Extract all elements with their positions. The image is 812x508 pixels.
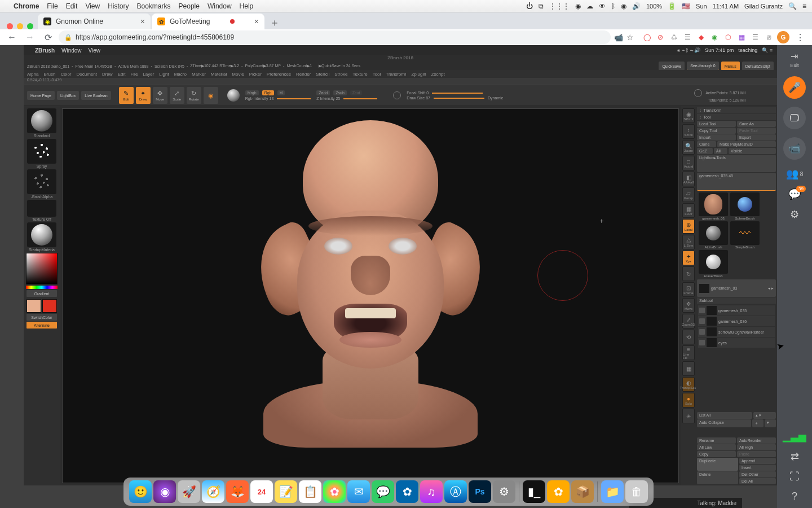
polymesh-button[interactable]: Make PolyMesh3D (717, 141, 776, 147)
local-icon[interactable]: ⊕Local (682, 219, 695, 234)
tab-close-icon[interactable]: × (254, 17, 259, 26)
rotate-tool[interactable]: ↻Rotate (187, 87, 201, 104)
dock-mail-icon[interactable]: ✉ (347, 480, 370, 503)
zmenu[interactable]: Zscript (431, 72, 445, 77)
rot3d-icon[interactable]: ⟲ (682, 330, 695, 344)
subtool-item[interactable]: eyes (698, 338, 775, 348)
mute-button[interactable]: 🎤 (783, 76, 806, 99)
tab-gnomon[interactable]: ◉ Gnomon Online × (38, 14, 151, 29)
zmenu[interactable]: Brush (43, 72, 55, 77)
rename-button[interactable]: Rename (697, 437, 736, 444)
zmenu[interactable]: File (130, 72, 138, 77)
subtool-header[interactable]: Subtool (697, 297, 776, 304)
history-item[interactable]: gamemesh_03◂ ▸ (697, 279, 776, 297)
ext-icon[interactable]: ⊘ (655, 32, 665, 42)
focal-icon[interactable] (393, 91, 401, 99)
cloud-icon[interactable]: ☁ (586, 2, 593, 10)
zmenu[interactable]: Draw (102, 72, 113, 77)
goz-button[interactable]: GoZ (697, 148, 713, 154)
zmenu[interactable]: Alpha (27, 72, 38, 77)
chev-btn[interactable]: ▾ (765, 419, 776, 427)
scale-tool[interactable]: ⤢Scale (170, 87, 184, 104)
gizmo-tool[interactable]: ◉ (204, 87, 218, 104)
aahalf-icon[interactable]: ◧AAHalf (682, 172, 695, 186)
menu-help[interactable]: Help (240, 2, 254, 10)
chrome-menu-icon[interactable]: ⋮ (793, 30, 807, 45)
dock-siri-icon[interactable]: ◉ (153, 480, 176, 503)
menubar-user[interactable]: Gilad Gurantz (744, 3, 783, 10)
zmenu[interactable]: Layer (143, 72, 154, 77)
zoom3d-icon[interactable]: ⤢Zoom3D (682, 314, 695, 329)
liveboolean-button[interactable]: Live Boolean (81, 91, 111, 100)
dynamic-btn[interactable]: Dynamic (488, 96, 503, 100)
app-name[interactable]: Chrome (14, 2, 39, 10)
spotlight-icon[interactable]: 🔍 (788, 2, 797, 10)
menu-window[interactable]: Window (208, 2, 232, 10)
dock-downloads-icon[interactable]: 📁 (601, 480, 624, 503)
linefill-icon[interactable]: ≡Line Fill (682, 345, 695, 360)
shuffle-icon[interactable]: ⇄ (783, 450, 806, 463)
zmenu[interactable]: Material (211, 72, 227, 77)
lightbox-button[interactable]: LightBox (57, 91, 79, 100)
dock-appstore-icon[interactable]: Ⓐ (444, 480, 467, 503)
ext-icon[interactable]: ♺ (669, 32, 679, 42)
color-swatches[interactable] (27, 299, 57, 313)
scroll-icon[interactable]: ↕Scroll (682, 124, 695, 139)
ext-icon[interactable]: ⬡ (723, 32, 733, 42)
z-intensity[interactable]: Z Intensity 25 (316, 97, 340, 100)
stroke-spray[interactable]: Spray (26, 139, 58, 168)
ext-icon[interactable]: ▦ (736, 32, 747, 42)
insert-button[interactable]: Insert (739, 465, 776, 471)
zbrush-canvas[interactable]: ＋ (62, 108, 679, 483)
actual-icon[interactable]: □Actual (682, 156, 695, 170)
load-tool-button[interactable]: Load Tool (697, 121, 736, 127)
autocollapse[interactable]: Auto Collapse (697, 419, 751, 427)
forward-button[interactable]: → (23, 30, 37, 45)
delother-button[interactable]: Del Other (739, 471, 776, 478)
alternate-button[interactable]: Alternate (27, 322, 57, 329)
color-picker[interactable] (26, 253, 58, 284)
menus-button[interactable]: Menus (721, 62, 740, 71)
edit-tool[interactable]: ✎Edit (119, 87, 134, 104)
zmenu[interactable]: Stroke (334, 72, 347, 77)
menu-file[interactable]: File (47, 2, 58, 10)
dock-firefox-icon[interactable]: 🦊 (226, 480, 249, 503)
material-slot[interactable]: StartupMateria (26, 222, 58, 252)
zmenu[interactable]: Light (159, 72, 169, 77)
seethrough-slider[interactable]: See-through 0 (687, 62, 718, 71)
expand-icon[interactable]: ⛶ (783, 471, 806, 483)
dock-photos-icon[interactable]: ✿ (323, 480, 346, 503)
append-button[interactable]: Append (739, 458, 776, 464)
ext-icon[interactable]: ☰ (750, 32, 760, 42)
zmenu[interactable]: Texture (352, 72, 367, 77)
wifi-icon[interactable]: ◉ (621, 2, 626, 10)
tool-header[interactable]: ↕ Tool (697, 114, 776, 120)
dock-preferences-icon[interactable]: ⚙ (493, 480, 515, 503)
zmenu[interactable]: Color (60, 72, 71, 77)
menu-view[interactable]: View (85, 2, 100, 10)
zmenu[interactable]: Transform (386, 72, 406, 77)
dropbox-icon[interactable]: ⧉ (539, 2, 544, 10)
copy2-button[interactable]: Copy (697, 451, 736, 457)
zmenu[interactable]: Macro (174, 72, 187, 77)
polyf-icon[interactable]: ▦ (682, 361, 695, 376)
arrows[interactable]: ▴ ▾ (753, 412, 776, 419)
copytool-button[interactable]: Copy Tool (697, 128, 736, 134)
draw-tool[interactable]: ✦Draw (136, 87, 151, 104)
gradient-button[interactable]: Gradient (27, 290, 57, 297)
tab-gotomeeting[interactable]: ✿ GoToMeeting × (152, 14, 264, 29)
xyz-icon[interactable]: ✦Xyz (682, 251, 695, 265)
export-button[interactable]: Export (737, 134, 776, 141)
switchcolor-button[interactable]: SwitchColor (27, 314, 57, 321)
screen-share-button[interactable]: 🖵 (783, 107, 806, 129)
pastetool-button[interactable]: Paste Tool (737, 128, 776, 134)
bluetooth-icon[interactable]: ᛒ (611, 2, 615, 10)
solo-icon[interactable]: ●Solo (682, 393, 695, 408)
delete-button[interactable]: Delete (697, 471, 738, 484)
tool-thumb[interactable]: gamemesh_03 (698, 192, 729, 220)
exit-button[interactable]: ⇥Exit (790, 51, 798, 68)
dock-itunes-icon[interactable]: ♫ (420, 480, 443, 503)
settings-button[interactable]: ⚙ (783, 208, 806, 221)
mrgb-btn[interactable]: Mrgb (245, 90, 259, 95)
ext-icon[interactable]: ☰ (682, 32, 692, 42)
